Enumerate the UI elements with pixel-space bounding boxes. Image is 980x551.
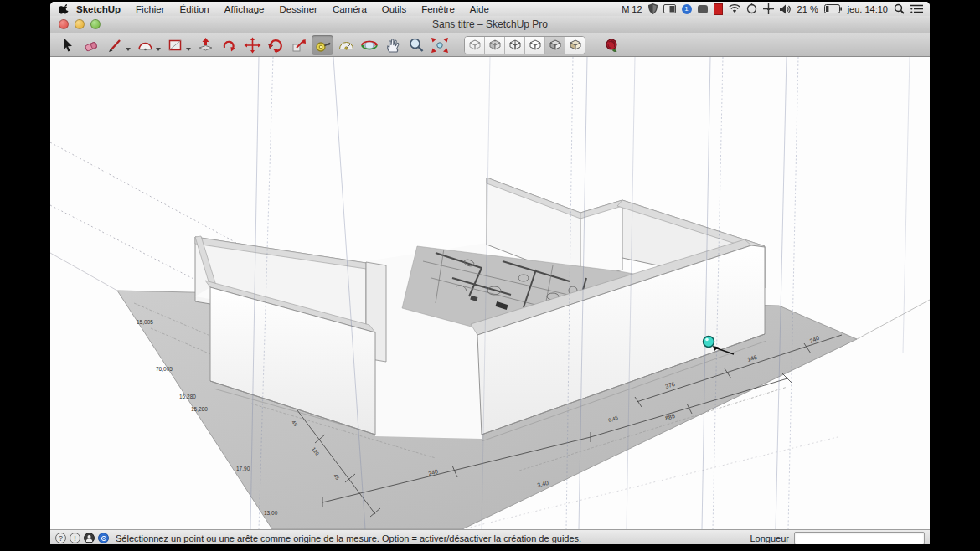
battery-icon[interactable] <box>824 3 842 15</box>
tool-tape-measure-button[interactable] <box>312 35 333 55</box>
menu-bar: SketchUp Fichier Édition Affichage Dessi… <box>50 2 930 17</box>
face-style-shaded-button[interactable] <box>545 37 565 54</box>
tool-scale-button[interactable] <box>288 35 310 55</box>
rose-icon <box>603 37 620 54</box>
help-icon[interactable]: ? <box>55 533 66 543</box>
tool-zoom-button[interactable] <box>405 35 427 55</box>
menu-fichier[interactable]: Fichier <box>128 4 173 14</box>
tool-protractor-button[interactable] <box>335 35 357 55</box>
rectangle-dropdown-arrow[interactable] <box>186 48 191 51</box>
pan-hand-icon <box>384 37 401 54</box>
svg-text:13,00: 13,00 <box>264 510 278 516</box>
move-icon <box>244 37 261 54</box>
measurement-label: Longueur <box>750 533 790 543</box>
svg-text:15,280: 15,280 <box>191 406 208 412</box>
status-bar: ? ! Sélectionnez un point ou une arête c… <box>50 529 930 544</box>
instructor-button[interactable] <box>601 35 622 55</box>
tool-arc-button[interactable] <box>134 35 156 55</box>
wifi-icon[interactable] <box>729 3 740 15</box>
app-badge-icon[interactable]: 1 <box>682 3 692 15</box>
face-style-textures-button[interactable] <box>565 37 585 54</box>
rotate-icon <box>267 37 285 54</box>
spotlight-search-icon[interactable] <box>894 3 905 15</box>
svg-text:17,90: 17,90 <box>236 466 250 471</box>
svg-text:76,005: 76,005 <box>156 366 173 372</box>
video-frame: SketchUp Fichier Édition Affichage Dessi… <box>0 0 980 551</box>
signin-icon[interactable] <box>84 533 95 543</box>
select-cursor-icon <box>59 37 76 54</box>
menu-outils[interactable]: Outils <box>374 4 414 14</box>
model-scene[interactable]: 240 3,40 885 376 146 0,45 240 90 45 120 … <box>50 57 930 529</box>
arc-tool-icon <box>137 37 154 54</box>
measurement-input[interactable] <box>794 532 925 545</box>
svg-text:16,280: 16,280 <box>179 394 196 399</box>
shield-icon[interactable] <box>648 3 658 15</box>
volume-icon[interactable] <box>780 3 792 15</box>
tape-measure-icon <box>314 37 332 54</box>
orbit-icon <box>360 37 379 54</box>
sync-icon[interactable] <box>746 3 757 15</box>
tool-pan-button[interactable] <box>382 35 404 55</box>
face-style-hiddenline-button[interactable] <box>525 37 545 54</box>
menu-edition[interactable]: Édition <box>173 4 217 14</box>
tool-rectangle-button[interactable] <box>164 35 186 55</box>
eraser-icon <box>83 37 101 54</box>
desktop: SketchUp Fichier Édition Affichage Dessi… <box>50 2 930 544</box>
scale-icon <box>291 37 307 54</box>
dark-menu-extra-icon[interactable] <box>698 3 708 15</box>
display-menu-icon[interactable] <box>663 3 676 15</box>
notification-center-icon[interactable] <box>910 3 923 15</box>
menu-fenetre[interactable]: Fenêtre <box>414 4 462 14</box>
tool-followme-button[interactable] <box>218 35 240 55</box>
face-style-backedges-button[interactable] <box>485 37 505 54</box>
tool-select-button[interactable] <box>57 35 79 55</box>
tool-rotate-button[interactable] <box>265 35 286 55</box>
svg-text:15,005: 15,005 <box>137 319 153 325</box>
input-source-menu[interactable]: M 12 <box>622 4 642 14</box>
pencil-line-icon <box>106 37 123 54</box>
red-recording-icon[interactable] <box>714 3 723 15</box>
tool-orbit-button[interactable] <box>358 35 380 55</box>
model-viewport[interactable]: 240 3,40 885 376 146 0,45 240 90 45 120 … <box>50 57 930 529</box>
protractor-icon <box>338 37 355 54</box>
follow-me-icon <box>220 37 238 54</box>
line-dropdown-arrow[interactable] <box>126 48 131 51</box>
tool-eraser-button[interactable] <box>80 35 102 55</box>
tool-move-button[interactable] <box>241 35 263 55</box>
zoom-extents-icon <box>431 37 449 54</box>
rectangle-tool-icon <box>167 37 183 54</box>
toolbar <box>50 33 930 57</box>
apple-menu-icon[interactable] <box>59 3 69 15</box>
zoom-magnifier-icon <box>408 37 425 54</box>
face-style-segmented-control <box>464 36 585 54</box>
battery-percent: 21 % <box>797 4 818 14</box>
arc-dropdown-arrow[interactable] <box>156 48 161 51</box>
info-icon[interactable]: ! <box>70 533 80 543</box>
geolocation-icon[interactable] <box>98 533 109 543</box>
universal-access-icon[interactable] <box>763 3 774 15</box>
tool-line-button[interactable] <box>104 35 126 55</box>
menu-clock[interactable]: jeu. 14:10 <box>848 4 888 14</box>
status-message: Sélectionnez un point ou une arête comme… <box>116 533 581 543</box>
tool-zoom-extents-button[interactable] <box>429 35 451 55</box>
menu-dessiner[interactable]: Dessiner <box>271 4 324 14</box>
window-title: Sans titre – SketchUp Pro <box>50 18 930 30</box>
menu-camera[interactable]: Caméra <box>325 4 374 14</box>
menu-aide[interactable]: Aide <box>462 4 497 14</box>
tool-pushpull-button[interactable] <box>194 35 216 55</box>
window-title-bar[interactable]: Sans titre – SketchUp Pro <box>50 16 930 34</box>
face-style-xray-button[interactable] <box>465 37 485 54</box>
face-style-wireframe-button[interactable] <box>505 37 525 54</box>
push-pull-icon <box>197 37 214 54</box>
menu-affichage[interactable]: Affichage <box>217 4 272 14</box>
menu-app[interactable]: SketchUp <box>69 4 128 14</box>
